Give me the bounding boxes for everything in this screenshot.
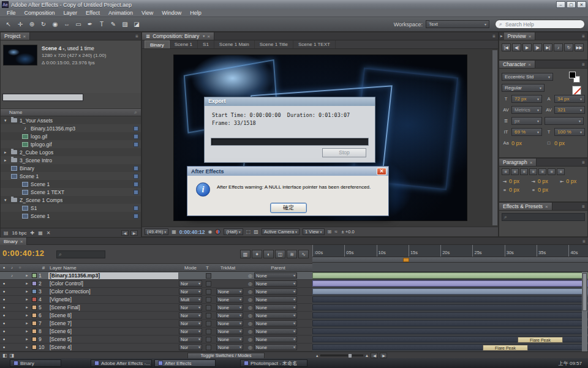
[Color Control][interactable]: ● ▸ 2 [Color Control] Nor▾ ▾ ◎ None▾ — [0, 280, 312, 288]
blend-mode-select[interactable]: Mult▾ — [179, 296, 202, 302]
time-ruler[interactable]: :00s05s10s15s20s25s30s35s40s — [312, 245, 588, 257]
eye-icon[interactable]: ● — [0, 282, 8, 285]
t-switch[interactable] — [206, 281, 211, 287]
t-switch[interactable] — [206, 329, 211, 334]
justify-last-left-button[interactable]: ≡ — [529, 168, 537, 175]
close-icon[interactable]: ✕ — [377, 168, 386, 175]
parent-pickwhip-icon[interactable]: ◎ — [248, 321, 252, 326]
parent-select[interactable]: None▾ — [254, 320, 297, 326]
no-stroke-swatch[interactable] — [572, 86, 581, 95]
menu-item[interactable]: Help — [186, 10, 206, 16]
viewer-time-display[interactable]: 0:00:40:12 — [179, 229, 205, 235]
eye-icon[interactable]: ● — [0, 337, 8, 341]
zoom-slider-handle[interactable] — [348, 353, 352, 358]
menu-item[interactable]: File — [2, 10, 20, 16]
project-item[interactable]: ▾ Z_Scene 1 Comps — [1, 196, 141, 204]
t-switch[interactable] — [206, 345, 211, 350]
new-folder-icon[interactable]: ✚ — [31, 230, 35, 236]
layer-name[interactable]: [Color Control] — [48, 280, 178, 287]
help-search[interactable]: ⌕ — [495, 20, 585, 29]
parent-select[interactable]: None▾ — [254, 312, 297, 318]
[Scene 6][interactable] — [312, 328, 588, 336]
camera-select[interactable]: Active Camera▾ — [262, 228, 300, 235]
show-channel-icon[interactable] — [215, 229, 221, 235]
parent-select[interactable]: None▾ — [254, 304, 297, 310]
fill-stroke-swatches[interactable] — [569, 72, 582, 84]
audio-icon[interactable]: ♪ — [8, 274, 16, 277]
unified-camera-tool[interactable]: ◉ — [50, 19, 61, 29]
magnification-select[interactable]: (49.4%)▾ — [145, 228, 168, 235]
tab-preview[interactable]: Preview × — [504, 32, 536, 40]
eye-icon[interactable]: ● — [0, 345, 8, 349]
stroke-width-select[interactable]: px▾ — [511, 117, 542, 125]
bit-depth-button[interactable]: 16 bpc — [12, 230, 27, 236]
pixel-aspect-icon[interactable]: ⊞ — [328, 229, 332, 235]
parent-pickwhip-icon[interactable]: ◎ — [248, 313, 252, 318]
timeline-scrollbar[interactable] — [582, 272, 587, 351]
project-search-input[interactable] — [2, 94, 83, 101]
column-mode[interactable]: Mode — [178, 265, 203, 271]
blend-mode-select[interactable]: Nor▾ — [179, 288, 202, 295]
comp-flowchart-icon[interactable]: ▥ — [240, 250, 251, 258]
new-composition-icon[interactable]: ▦ — [38, 230, 43, 236]
taskbar-button[interactable]: Adobe After Effects -... — [91, 359, 152, 367]
justify-last-center-button[interactable]: ≡ — [538, 168, 546, 175]
layer-duration-bar[interactable] — [312, 320, 588, 326]
twirl-icon[interactable]: ▸ — [4, 158, 9, 163]
parent-select[interactable]: None▾ — [254, 272, 297, 279]
parent-pickwhip-icon[interactable]: ◎ — [248, 345, 252, 350]
fill-color-swatch[interactable] — [569, 72, 576, 78]
justify-all-button[interactable]: ≡ — [557, 168, 565, 175]
project-item[interactable]: Binary.101356.mp3 — [1, 124, 141, 132]
layer-name[interactable]: [Vignette] — [48, 296, 178, 303]
[Vignette][interactable]: ● ▸ 4 [Vignette] Mult▾ None▾ ◎ None▾ — [0, 296, 312, 304]
space-before-value[interactable]: 0 px — [509, 187, 519, 193]
[Vignette][interactable] — [312, 296, 588, 304]
viewer-tab[interactable]: Binary — [145, 40, 170, 48]
layer-name[interactable]: [Color Correction] — [48, 288, 178, 295]
[Scene 7][interactable] — [312, 320, 588, 328]
layer-color-swatch[interactable] — [32, 321, 37, 326]
viewer-tab[interactable]: S1 — [198, 40, 214, 48]
column-layer-name[interactable]: Layer Name — [48, 265, 178, 271]
effects-search-input[interactable] — [509, 214, 576, 220]
align-right-button[interactable]: ≡ — [520, 168, 528, 175]
label-color-chip[interactable] — [134, 206, 138, 211]
space-after-value[interactable]: 0 px — [538, 187, 548, 193]
tab-paragraph[interactable]: Paragraph × — [499, 159, 537, 166]
twirl-icon[interactable]: ▸ — [24, 305, 30, 310]
[Color Correction][interactable]: ● ▸ 3 [Color Correction] Nor▾ None▾ ◎ No… — [0, 288, 312, 296]
parent-pickwhip-icon[interactable]: ◎ — [248, 297, 252, 302]
first-frame-button[interactable]: |◀ — [502, 43, 511, 51]
twirl-icon[interactable]: ▸ — [24, 281, 30, 286]
t-switch[interactable] — [206, 289, 211, 295]
audio-toggle-button[interactable]: ♪ — [554, 43, 563, 51]
[Scene 5][interactable]: ● ▸ 9 [Scene 5] Nor▾ None▾ ◎ None▾ — [0, 336, 312, 344]
layer-color-swatch[interactable] — [32, 297, 37, 302]
tab-project[interactable]: Project × — [1, 32, 30, 40]
indent-right-value[interactable]: 0 px — [566, 178, 576, 184]
menu-item[interactable]: Effect — [81, 10, 104, 16]
eraser-tool[interactable]: ◪ — [131, 19, 142, 29]
font-family-select[interactable]: Eccentric Std▾ — [502, 73, 553, 81]
t-switch[interactable] — [206, 297, 211, 302]
[Color Correction][interactable] — [312, 288, 588, 296]
hand-tool[interactable]: ✛ — [15, 19, 26, 29]
layer-duration-bar[interactable] — [312, 312, 588, 318]
twirl-icon[interactable]: ▸ — [24, 313, 30, 318]
layer-duration-bar[interactable] — [312, 304, 588, 310]
trkmat-select[interactable]: None▾ — [216, 344, 243, 350]
twirl-icon[interactable]: ▸ — [24, 321, 30, 326]
eye-icon[interactable]: ● — [0, 314, 8, 317]
layer-color-swatch[interactable] — [32, 345, 37, 350]
[Scene Final][interactable]: ● ▸ 5 [Scene Final] Nor▾ None▾ ◎ None▾ — [0, 304, 312, 312]
baseline-shift-value[interactable]: 0 px — [511, 140, 522, 146]
panel-menu-icon[interactable]: ≡ — [582, 204, 585, 209]
project-item[interactable]: Scene 1 — [1, 212, 141, 220]
close-tab-icon[interactable]: × — [528, 62, 531, 67]
close-tab-icon[interactable]: × — [207, 34, 210, 39]
project-item[interactable]: ▾ 1_Your Assets — [1, 116, 141, 124]
twirl-icon[interactable]: ▸ — [24, 329, 30, 334]
fast-previews-icon[interactable]: ≈ — [334, 229, 337, 235]
twirl-icon[interactable]: ▸ — [24, 345, 30, 350]
